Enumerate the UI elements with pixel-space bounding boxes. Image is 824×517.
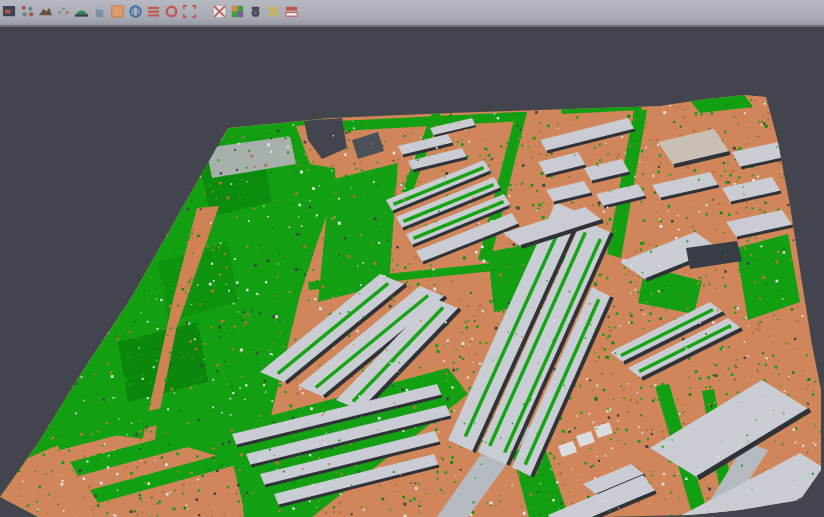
globe-project-icon[interactable] [128, 4, 143, 19]
classified-map-icon[interactable] [230, 4, 245, 19]
toolbar [0, 0, 824, 27]
raster-grid-icon[interactable] [212, 4, 227, 19]
point-cloud-icon[interactable] [56, 4, 71, 19]
terrain-mountain-icon[interactable] [38, 4, 53, 19]
selection-brackets-icon[interactable] [182, 4, 197, 19]
application-window [0, 0, 824, 517]
list-red-icon[interactable] [146, 4, 161, 19]
dtm-surface-icon[interactable] [74, 4, 89, 19]
viewport-3d[interactable] [0, 0, 824, 517]
layers-stack-icon[interactable] [284, 4, 299, 19]
point-cloud-render [0, 0, 824, 517]
panel-view-icon[interactable] [92, 4, 107, 19]
registration-points-icon[interactable] [20, 4, 35, 19]
ortho-tile-icon[interactable] [110, 4, 125, 19]
open-project-icon[interactable] [2, 4, 17, 19]
ring-target-icon[interactable] [164, 4, 179, 19]
camera-sphere-icon[interactable] [248, 4, 263, 19]
delete-cross-icon[interactable] [266, 4, 281, 19]
